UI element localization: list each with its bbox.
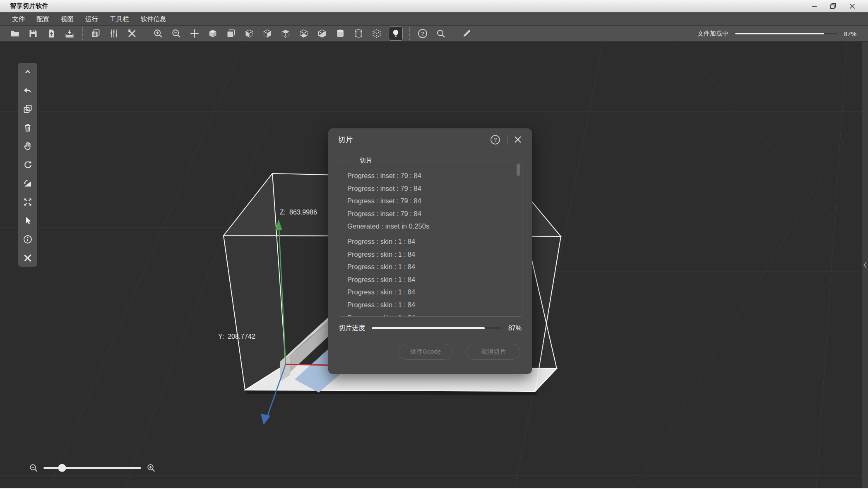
cancel-slice-button[interactable]: 取消切片	[466, 344, 520, 360]
duplicate-model-button[interactable]	[22, 104, 33, 114]
view-top-button[interactable]	[279, 27, 292, 40]
scale-model-button[interactable]	[22, 197, 33, 207]
light-preview-button[interactable]	[389, 26, 403, 41]
export-model-button[interactable]	[63, 27, 76, 40]
zoom-in-icon	[153, 29, 163, 39]
lay-flat-icon	[23, 178, 33, 188]
lay-flat-button[interactable]	[22, 178, 33, 188]
open-file-button[interactable]	[9, 27, 21, 40]
view-cylinder-wireframe-button[interactable]	[352, 27, 365, 40]
app-window: 智享切片软件 文件配置视图运行工具栏软件信息	[0, 0, 868, 489]
import-model-button[interactable]	[45, 27, 58, 40]
slice-log-list[interactable]: Progress : inset : 79 : 84Progress : ins…	[338, 161, 522, 316]
move-view-button[interactable]	[188, 27, 201, 40]
slice-progress-fill	[372, 327, 485, 329]
toolbar-separator	[409, 27, 410, 40]
menu-item[interactable]: 文件	[12, 15, 25, 24]
zoom-out-icon	[171, 29, 181, 39]
rotate-model-button[interactable]	[22, 160, 33, 170]
log-line: Progress : skin : 1 : 84	[347, 235, 514, 248]
model-info-button[interactable]	[22, 234, 33, 244]
log-line: Progress : skin : 1 : 84	[347, 311, 514, 316]
log-line: Progress : skin : 1 : 84	[347, 299, 514, 311]
right-panel-toggle[interactable]	[862, 42, 868, 488]
undo-button[interactable]	[22, 85, 33, 95]
minimize-button[interactable]	[808, 2, 820, 11]
log-line: Progress : inset : 79 : 84	[347, 169, 514, 182]
view-right-button[interactable]	[261, 27, 274, 40]
restore-button[interactable]	[827, 2, 839, 11]
log-line: Progress : skin : 1 : 84	[347, 260, 514, 273]
dialog-title: 切片	[338, 135, 353, 145]
menu-item[interactable]: 视图	[61, 15, 74, 24]
save-gcode-button[interactable]: 保存Gcode	[399, 344, 452, 360]
view-front-button[interactable]	[225, 27, 237, 40]
window-controls	[808, 2, 864, 11]
view-left-icon	[244, 29, 254, 39]
view-cylinder-solid-button[interactable]	[334, 27, 346, 40]
help-button[interactable]: ?	[416, 27, 429, 40]
zoom-in-button[interactable]	[152, 27, 164, 40]
menu-item[interactable]: 配置	[36, 15, 49, 24]
collapse-panel-button[interactable]	[22, 67, 33, 77]
hand-icon	[23, 141, 33, 151]
search-icon	[436, 29, 446, 39]
slice-progress-label: 切片进度	[339, 324, 365, 332]
view-solid-button[interactable]	[207, 27, 219, 40]
parameter-settings-button[interactable]	[108, 27, 120, 40]
svg-text:?: ?	[421, 31, 424, 37]
viewport: Z: 863.9986 Y: 208.7742	[0, 42, 868, 488]
close-button[interactable]	[846, 2, 858, 11]
search-button[interactable]	[435, 27, 447, 40]
info-icon	[23, 234, 33, 244]
log-line: Progress : skin : 1 : 84	[347, 273, 514, 286]
delete-model-button[interactable]	[22, 123, 33, 132]
slice-progress-percent: 87%	[508, 325, 522, 332]
menu-item[interactable]: 工具栏	[110, 15, 129, 24]
zoom-slider-handle[interactable]	[58, 464, 66, 472]
repair-model-button[interactable]	[22, 253, 33, 263]
menu-item[interactable]: 运行	[85, 15, 98, 24]
chevron-left-icon	[863, 260, 868, 270]
dialog-close-icon[interactable]	[514, 135, 522, 144]
pan-view-button[interactable]	[22, 141, 33, 151]
view-section-button[interactable]	[316, 27, 328, 40]
dialog-header: 切片 ?	[328, 128, 532, 151]
slice-log-group: 切片 Progress : inset : 79 : 84Progress : …	[338, 161, 522, 317]
zoom-out-small-icon[interactable]	[29, 463, 38, 472]
machine-tools-button[interactable]	[126, 27, 138, 40]
rotate-icon	[23, 160, 33, 170]
file-loading-label: 文件加载中	[697, 30, 729, 38]
log-scrollbar-thumb[interactable]	[517, 164, 520, 176]
measure-pen-button[interactable]	[461, 27, 473, 40]
trash-icon	[23, 123, 33, 132]
window-title: 智享切片软件	[10, 2, 48, 10]
zoom-out-button[interactable]	[170, 27, 183, 40]
slice-progressbar	[372, 327, 502, 329]
duplicate-icon	[23, 104, 33, 114]
view-section-icon	[317, 29, 327, 39]
import-model-icon	[46, 29, 56, 39]
zoom-slider[interactable]	[43, 467, 141, 469]
view-cylinder-solid-icon	[335, 29, 345, 39]
dialog-help-icon[interactable]: ?	[490, 134, 501, 145]
slice-dialog: 切片 ? 切片 Progress : inset : 79 : 84Progre…	[328, 128, 532, 374]
zoom-control	[29, 462, 156, 474]
toolbar-separator	[82, 27, 83, 40]
x-axis	[286, 364, 331, 365]
clone-plate-button[interactable]	[89, 27, 102, 40]
minimize-icon	[811, 3, 818, 10]
view-right-icon	[262, 29, 272, 39]
zoom-in-small-icon[interactable]	[147, 463, 156, 472]
view-point-cloud-button[interactable]	[370, 27, 383, 40]
select-model-button[interactable]	[22, 216, 33, 226]
view-bottom-button[interactable]	[298, 27, 310, 40]
view-bottom-icon	[299, 29, 309, 39]
save-file-button[interactable]	[27, 27, 39, 40]
menu-item[interactable]: 软件信息	[141, 15, 166, 24]
view-left-button[interactable]	[243, 27, 255, 40]
save-file-icon	[28, 29, 38, 39]
parameter-settings-icon	[109, 29, 119, 39]
close-icon	[849, 3, 856, 10]
clone-plate-icon	[91, 29, 101, 39]
